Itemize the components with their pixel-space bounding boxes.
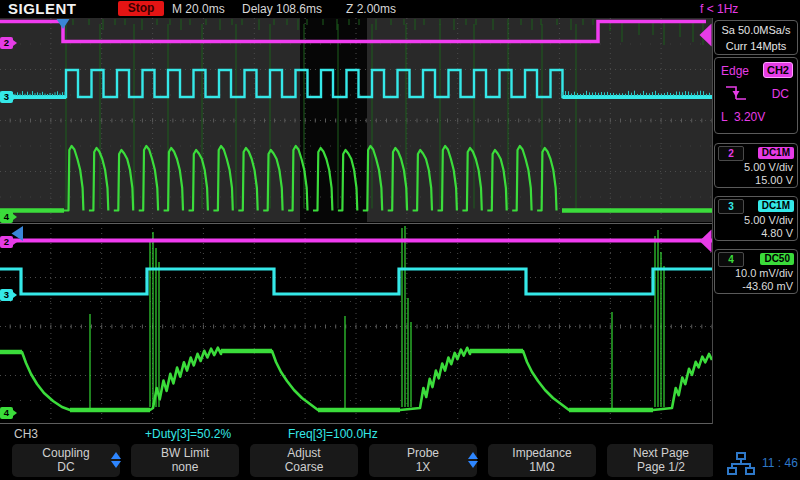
softkey-probe[interactable]: Probe 1X (369, 444, 477, 477)
softkey-label: Next Page (607, 446, 715, 460)
channel2-offset: 15.00 V (755, 174, 793, 186)
waveform-display: 2 3 4 2 3 4 (0, 0, 712, 480)
softkey-value: 1MΩ (488, 460, 596, 474)
zoom-timebase[interactable]: Z 2.00ms (346, 2, 396, 16)
lan-network-icon (727, 452, 755, 476)
channel3-number: 3 (718, 199, 744, 214)
softkey-value: DC (12, 460, 120, 474)
ch4-offset-tag-main[interactable]: 4 (0, 211, 13, 223)
trigger-source-badge: CH2 (763, 62, 793, 78)
siglent-logo: SIGLENT (8, 0, 77, 17)
softkey-next-page[interactable]: Next Page Page 1/2 (607, 444, 715, 477)
run-state-badge[interactable]: Stop (118, 1, 164, 16)
sidebar: Sa 50.0MSa/s Curr 14Mpts Edge CH2 DC L 3… (713, 18, 800, 480)
trigger-level-marker-zoom[interactable] (700, 230, 712, 253)
ch3-offset-tag-zoom[interactable]: 3 (0, 289, 13, 301)
trigger-position-marker[interactable] (57, 19, 70, 29)
softkey-value: Coarse (250, 460, 358, 474)
channel4-scale: 10.0 mV/div (735, 267, 793, 279)
softkey-label: Probe (369, 446, 477, 460)
trigger-frequency: f < 1Hz (700, 2, 738, 16)
duty-measurement: +Duty[3]=50.2% (145, 427, 231, 441)
softkey-adjust[interactable]: Adjust Coarse (250, 444, 358, 477)
channel4-offset: -43.60 mV (742, 280, 793, 292)
freq-measurement: Freq[3]=100.0Hz (288, 427, 378, 441)
selected-channel-label: CH3 (14, 427, 38, 441)
softkey-value: 1X (369, 460, 477, 474)
memory-depth: Curr 14Mpts (715, 38, 797, 54)
ch3-offset-tag-main[interactable]: 3 (0, 91, 13, 103)
channel3-coupling-badge: DC1M (758, 200, 794, 212)
trigger-coupling: DC (772, 87, 789, 101)
channel3-scale: 5.00 V/div (744, 214, 793, 226)
measurement-row: CH3 +Duty[3]=50.2% Freq[3]=100.0Hz (0, 425, 712, 443)
channel3-offset: 4.80 V (761, 227, 793, 239)
channel2-info-box[interactable]: 2 DC1M 5.00 V/div 15.00 V (714, 143, 798, 188)
softkey-value: Page 1/2 (607, 460, 715, 474)
softkey-bw-limit[interactable]: BW Limit none (131, 444, 239, 477)
channel2-coupling-badge: DC1M (758, 147, 794, 159)
trigger-type: Edge (721, 64, 749, 78)
trigger-info-box[interactable]: Edge CH2 DC L 3.20V (714, 57, 798, 134)
softkey-label: Impedance (488, 446, 596, 460)
sample-rate: Sa 50.0MSa/s (715, 22, 797, 38)
main-timebase[interactable]: M 20.0ms (172, 2, 225, 16)
acquisition-info-box: Sa 50.0MSa/s Curr 14Mpts (714, 20, 798, 55)
channel3-info-box[interactable]: 3 DC1M 5.00 V/div 4.80 V (714, 196, 798, 241)
ch2-offset-tag-zoom[interactable]: 2 (0, 236, 13, 248)
channel4-coupling-badge: DC50 (760, 253, 794, 265)
trigger-level: L 3.20V (721, 110, 765, 124)
clock: 11 : 46 (762, 456, 798, 470)
top-bar: SIGLENT Stop M 20.0ms Delay 108.6ms Z 2.… (0, 0, 800, 18)
trigger-level-marker-main[interactable] (700, 24, 712, 47)
channel4-info-box[interactable]: 4 DC50 10.0 mV/div -43.60 mV (714, 249, 798, 294)
channel2-number: 2 (718, 146, 744, 161)
softkey-label: Adjust (250, 446, 358, 460)
softkey-value: none (131, 460, 239, 474)
softkey-label: Coupling (12, 446, 120, 460)
ch4-offset-tag-zoom[interactable]: 4 (0, 407, 13, 419)
softkey-label: BW Limit (131, 446, 239, 460)
channel4-number: 4 (718, 252, 744, 267)
falling-edge-icon (725, 84, 749, 104)
softkey-impedance[interactable]: Impedance 1MΩ (488, 444, 596, 477)
ch2-offset-tag-main[interactable]: 2 (0, 37, 13, 49)
trigger-delay[interactable]: Delay 108.6ms (242, 2, 322, 16)
marker-overlay (0, 0, 712, 425)
channel2-scale: 5.00 V/div (744, 161, 793, 173)
softkey-coupling[interactable]: Coupling DC (12, 444, 120, 477)
